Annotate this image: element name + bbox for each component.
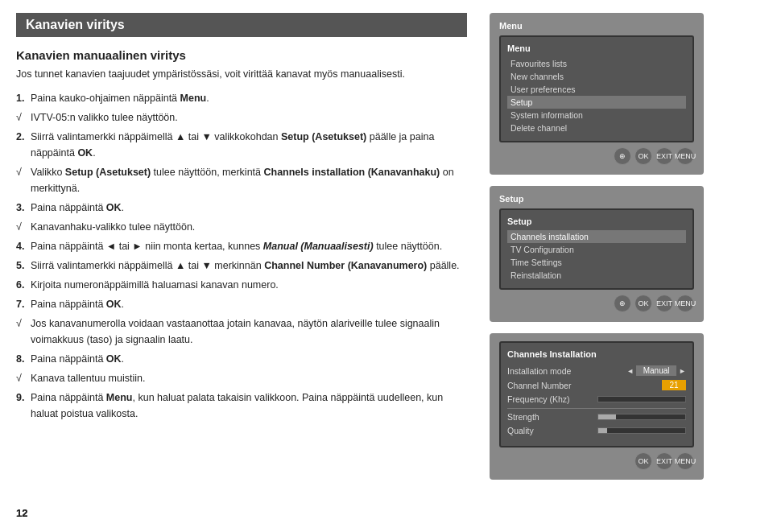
step-item: √Kanava tallentuu muistiin. (16, 370, 467, 386)
setup-menu-item: TV Configuration (507, 243, 686, 256)
tv-button[interactable]: ⊕ (614, 147, 631, 165)
menu-items-list: Favourites listsNew channelsUser prefere… (507, 57, 686, 134)
setup-menu-item: Time Settings (507, 256, 686, 269)
right-panels: Menu Menu Favourites listsNew channelsUs… (483, 0, 717, 532)
step-text: Kanava tallentuu muistiin. (31, 370, 467, 386)
step-item: 4.Paina näppäintä ◄ tai ► niin monta ker… (16, 238, 467, 254)
menu-item: Setup (507, 96, 686, 109)
step-item: 7.Paina näppäintä OK. (16, 296, 467, 312)
page-number-display: 12 (16, 507, 27, 519)
progress-bar-fill (598, 414, 616, 419)
section-title: Kanavien manuaalinen viritys (16, 48, 467, 62)
step-num: 9. (16, 390, 31, 422)
step-item: 3.Paina näppäintä OK. (16, 200, 467, 216)
menu-item: New channels (507, 70, 686, 83)
step-text: Paina näppäintä OK. (31, 351, 467, 367)
channels-row: Installation mode◄Manual► (507, 365, 686, 376)
menu-screen-title: Menu (507, 43, 686, 53)
right-arrow-icon[interactable]: ► (679, 367, 686, 375)
step-item: 8.Paina näppäintä OK. (16, 351, 467, 367)
menu-item: System information (507, 109, 686, 122)
channels-row-label: Channel Number (507, 381, 662, 390)
step-item: 2.Siirrä valintamerkki näppäimellä ▲ tai… (16, 129, 467, 161)
setup-screen: Setup Channels installationTV Configurat… (499, 208, 694, 290)
step-num: 8. (16, 351, 31, 367)
menu-panel-label: Menu (499, 21, 694, 31)
tv-button[interactable]: EXIT (655, 147, 673, 165)
menu-item: Favourites lists (507, 57, 686, 70)
progress-bar (597, 414, 686, 420)
step-item: 9.Paina näppäintä Menu, kun haluat palat… (16, 390, 467, 422)
tv-button[interactable]: OK (635, 147, 652, 165)
step-item: 6.Kirjoita numeronäppäimillä haluamasi k… (16, 277, 467, 293)
step-item: √Valikko Setup (Asetukset) tulee näyttöö… (16, 164, 467, 196)
channels-rows: Installation mode◄Manual►Channel Number2… (507, 365, 686, 435)
channels-row: Channel Number21 (507, 380, 686, 390)
channel-number-value: 21 (662, 380, 686, 390)
page-title-bar: Kanavien viritys (16, 13, 467, 37)
left-arrow-icon[interactable]: ◄ (626, 367, 634, 375)
step-text: Kanavanhaku-valikko tulee näyttöön. (31, 219, 467, 235)
step-num: 6. (16, 277, 31, 293)
step-check: √ (16, 164, 31, 196)
step-text: Siirrä valintamerkki näppäimellä ▲ tai ▼… (31, 129, 467, 161)
setup-menu-item: Channels installation (507, 230, 686, 243)
step-item: 5.Siirrä valintamerkki näppäimellä ▲ tai… (16, 258, 467, 274)
step-num: 7. (16, 296, 31, 312)
step-text: Paina kauko-ohjaimen näppäintä Menu. (31, 90, 467, 106)
step-num: 3. (16, 200, 31, 216)
step-text: Siirrä valintamerkki näppäimellä ▲ tai ▼… (31, 258, 467, 274)
channels-row-label: Installation mode (507, 366, 626, 376)
setup-button[interactable]: MENU (676, 295, 694, 312)
menu-tv-panel: Menu Menu Favourites listsNew channelsUs… (490, 13, 704, 175)
step-text: Jos kanavanumerolla voidaan vastaanottaa… (31, 315, 467, 348)
setup-menu-item: Reinstallation (507, 269, 686, 282)
step-check: √ (16, 315, 31, 348)
page: Kanavien viritys Kanavien manuaalinen vi… (0, 0, 773, 532)
step-check: √ (16, 109, 31, 126)
step-num: 2. (16, 129, 31, 161)
progress-bar (597, 427, 686, 434)
step-item: √Jos kanavanumerolla voidaan vastaanotta… (16, 315, 467, 348)
setup-buttons: ⊕OKEXITMENU (499, 295, 694, 312)
step-text: Paina näppäintä ◄ tai ► niin monta kerta… (31, 238, 467, 254)
setup-button[interactable]: ⊕ (614, 295, 631, 312)
step-num: 1. (16, 90, 31, 106)
step-num: 4. (16, 238, 31, 254)
channels-row-label: Frequency (Khz) (507, 394, 594, 404)
selector-value: Manual (636, 365, 676, 376)
setup-screen-title: Setup (507, 217, 686, 226)
step-text: Valikko Setup (Asetukset) tulee näyttöön… (31, 164, 467, 196)
menu-screen: Menu Favourites listsNew channelsUser pr… (499, 35, 694, 142)
setup-items-list: Channels installationTV ConfigurationTim… (507, 230, 686, 282)
channels-title: Channels Installation (507, 349, 686, 359)
setup-button[interactable]: EXIT (655, 295, 673, 312)
channels-buttons: OKEXITMENU (499, 452, 694, 470)
steps-list: 1.Paina kauko-ohjaimen näppäintä Menu.√I… (16, 90, 467, 422)
progress-bar (597, 396, 686, 402)
channels-screen: Channels Installation Installation mode◄… (499, 341, 694, 447)
step-text: Kirjoita numeronäppäimillä haluamasi kan… (31, 277, 467, 293)
left-content: Kanavien viritys Kanavien manuaalinen vi… (0, 0, 483, 532)
channels-button[interactable]: MENU (676, 452, 694, 470)
tv-button[interactable]: MENU (676, 147, 694, 165)
channels-row: Strength (507, 412, 686, 422)
step-num: 5. (16, 258, 31, 274)
step-text: IVTV-05:n valikko tulee näyttöön. (31, 109, 467, 126)
menu-item: User preferences (507, 83, 686, 96)
step-item: 1.Paina kauko-ohjaimen näppäintä Menu. (16, 90, 467, 106)
step-text: Paina näppäintä Menu, kun haluat palata … (31, 390, 467, 422)
step-item: √IVTV-05:n valikko tulee näyttöön. (16, 109, 467, 126)
setup-button[interactable]: OK (635, 295, 652, 312)
channels-row: Quality (507, 426, 686, 435)
channels-button[interactable]: EXIT (655, 452, 673, 470)
channels-row-selector[interactable]: ◄Manual► (626, 365, 686, 376)
setup-panel-label: Setup (499, 194, 694, 204)
channels-panel: Channels Installation Installation mode◄… (490, 333, 704, 480)
step-item: √Kanavanhaku-valikko tulee näyttöön. (16, 219, 467, 235)
channels-button[interactable]: OK (635, 452, 652, 470)
step-check: √ (16, 370, 31, 386)
channels-row: Frequency (Khz) (507, 394, 686, 404)
progress-bar-fill (598, 428, 607, 433)
intro-text: Jos tunnet kanavien taajuudet ympäristös… (16, 67, 467, 82)
